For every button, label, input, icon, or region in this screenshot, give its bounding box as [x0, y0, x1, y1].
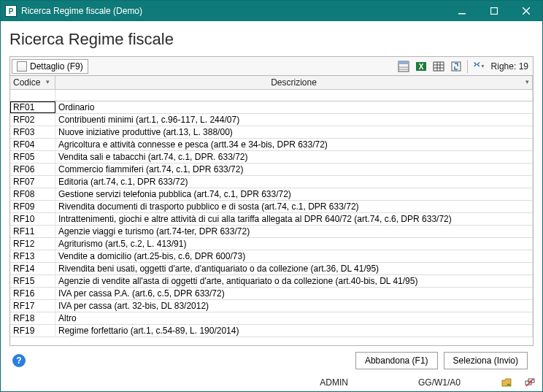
status-folder-icon[interactable] — [501, 377, 512, 388]
table-row[interactable]: RF07Editoria (art.74, c.1, DPR 633/72) — [10, 176, 533, 188]
table-row[interactable]: RF14Rivendita beni usati, oggetti d'arte… — [10, 263, 533, 275]
cell-codice: RF13 — [10, 250, 55, 262]
table-view-icon[interactable] — [432, 60, 445, 73]
window: P Ricerca Regime fiscale (Demo) Ricerca … — [0, 0, 543, 392]
table-row[interactable]: RF10Intrattenimenti, giochi e altre atti… — [10, 213, 533, 226]
svg-marker-16 — [481, 65, 484, 68]
minimize-button[interactable] — [446, 1, 478, 21]
cell-codice: RF18 — [10, 312, 55, 324]
rows-count-label: Righe: 19 — [491, 61, 528, 72]
close-button[interactable] — [510, 1, 542, 21]
maximize-button[interactable] — [478, 1, 510, 21]
cell-codice: RF03 — [10, 126, 55, 138]
status-context: GG/W1/A0 — [418, 377, 461, 388]
window-controls — [446, 1, 542, 21]
cell-codice: RF17 — [10, 300, 55, 312]
status-user: ADMIN — [320, 377, 348, 388]
abandon-button[interactable]: Abbandona (F1) — [355, 352, 438, 369]
column-header-descrizione[interactable]: Descrizione ▾ — [55, 76, 533, 89]
statusbar: ADMIN GG/W1/A0 — [1, 375, 542, 391]
svg-rect-0 — [458, 13, 466, 15]
table-row[interactable]: RF04Agricoltura e attività connesse e pe… — [10, 139, 533, 151]
titlebar: P Ricerca Regime fiscale (Demo) — [1, 1, 542, 21]
table-row[interactable]: RF17IVA per cassa (art. 32-bis, DL 83/20… — [10, 300, 533, 312]
column-header-codice[interactable]: Codice ▾ — [10, 76, 55, 89]
table-row[interactable]: RF02Contribuenti minimi (art.1, c.96-117… — [10, 114, 533, 126]
table-row[interactable]: RF09Rivendita documenti di trasporto pub… — [10, 201, 533, 213]
dialog-footer: ? Abbandona (F1) Seleziona (Invio) — [9, 346, 534, 372]
toolbar: Dettaglio (F9) X — [9, 56, 534, 75]
table-row[interactable]: RF08Gestione servizi telefonia pubblica … — [10, 188, 533, 201]
svg-rect-1 — [491, 8, 498, 15]
cell-descrizione: Intrattenimenti, giochi e altre attività… — [55, 213, 533, 225]
table-row[interactable]: RF03Nuove iniziative produttive (art.13,… — [10, 126, 533, 139]
table-row[interactable]: RF12Agriturismo (art.5, c.2, L. 413/91) — [10, 238, 533, 250]
table-row[interactable]: RF11Agenzie viaggi e turismo (art.74-ter… — [10, 226, 533, 238]
table-header: Codice ▾ Descrizione ▾ — [10, 76, 533, 90]
expand-icon[interactable] — [450, 60, 463, 73]
select-button[interactable]: Seleziona (Invio) — [444, 352, 528, 369]
table-row[interactable]: RF16IVA per cassa P.A. (art.6, c.5, DPR … — [10, 288, 533, 300]
detail-icon — [17, 61, 27, 72]
cell-descrizione: Agenzie di vendite all'asta di oggetti d… — [55, 275, 533, 287]
table-row[interactable]: RF05Vendita sali e tabacchi (art.74, c.1… — [10, 151, 533, 164]
detail-button[interactable]: Dettaglio (F9) — [12, 59, 88, 74]
cell-descrizione: Vendita sali e tabacchi (art.74, c.1, DP… — [55, 151, 533, 163]
cell-codice: RF15 — [10, 275, 55, 287]
cell-codice: RF07 — [10, 176, 55, 188]
help-icon[interactable]: ? — [12, 354, 26, 367]
cell-codice: RF12 — [10, 238, 55, 250]
excel-export-icon[interactable]: X — [415, 60, 428, 73]
chevron-down-icon[interactable]: ▾ — [46, 78, 53, 85]
cell-codice: RF16 — [10, 288, 55, 299]
svg-rect-5 — [398, 61, 409, 64]
table-row[interactable]: RF01Ordinario — [10, 101, 533, 114]
cell-descrizione: Agriturismo (art.5, c.2, L. 413/91) — [55, 238, 533, 250]
cell-codice: RF19 — [10, 325, 55, 337]
page-title: Ricerca Regime fiscale — [9, 30, 534, 49]
cell-descrizione: Regime forfettario (art.1, c.54-89, L. 1… — [55, 325, 533, 337]
cell-codice: RF14 — [10, 263, 55, 274]
cell-codice: RF02 — [10, 114, 55, 126]
cell-codice: RF10 — [10, 213, 55, 225]
cell-descrizione: Contribuenti minimi (art.1, c.96-117, L.… — [55, 114, 533, 126]
window-title: Ricerca Regime fiscale (Demo) — [21, 6, 446, 16]
cell-descrizione: Altro — [55, 312, 533, 324]
cell-descrizione: Editoria (art.74, c.1, DPR 633/72) — [55, 176, 533, 188]
tools-dropdown-icon[interactable] — [472, 60, 485, 73]
cell-descrizione: Ordinario — [55, 101, 533, 113]
table-row[interactable]: RF19Regime forfettario (art.1, c.54-89, … — [10, 325, 533, 337]
cell-descrizione: Rivendita beni usati, oggetti d'arte, d'… — [55, 263, 533, 274]
table-filter-row[interactable] — [10, 90, 533, 101]
cell-descrizione: Agenzie viaggi e turismo (art.74-ter, DP… — [55, 226, 533, 237]
content-area: Ricerca Regime fiscale Dettaglio (F9) X — [1, 21, 542, 375]
table-row[interactable]: RF13Vendite a domicilio (art.25-bis, c.6… — [10, 250, 533, 263]
app-icon: P — [5, 5, 17, 17]
cell-descrizione: Vendite a domicilio (art.25-bis, c.6, DP… — [55, 250, 533, 262]
cell-descrizione: IVA per cassa (art. 32-bis, DL 83/2012) — [55, 300, 533, 312]
cell-descrizione: IVA per cassa P.A. (art.6, c.5, DPR 633/… — [55, 288, 533, 299]
cell-codice: RF09 — [10, 201, 55, 212]
cell-descrizione: Agricoltura e attività connesse e pesca … — [55, 139, 533, 150]
cell-codice: RF11 — [10, 226, 55, 237]
cell-codice: RF04 — [10, 139, 55, 150]
cell-descrizione: Gestione servizi telefonia pubblica (art… — [55, 188, 533, 200]
cell-descrizione: Commercio fiammiferi (art.74, c.1, DPR 6… — [55, 164, 533, 175]
cell-codice: RF06 — [10, 164, 55, 175]
table-row[interactable]: RF18Altro — [10, 312, 533, 325]
cell-descrizione: Rivendita documenti di trasporto pubblic… — [55, 201, 533, 212]
table-body: RF01OrdinarioRF02Contribuenti minimi (ar… — [10, 101, 533, 345]
chevron-down-icon[interactable]: ▾ — [523, 78, 531, 85]
svg-text:X: X — [418, 63, 423, 71]
cell-descrizione: Nuove iniziative produttive (art.13, L. … — [55, 126, 533, 138]
table-row[interactable]: RF15Agenzie di vendite all'asta di ogget… — [10, 275, 533, 288]
toolbar-icons: X — [397, 60, 485, 73]
data-table: Codice ▾ Descrizione ▾ RF01OrdinarioRF02… — [9, 75, 534, 346]
cell-codice: RF05 — [10, 151, 55, 163]
cell-codice: RF01 — [10, 101, 55, 113]
status-disconnect-icon[interactable] — [525, 377, 535, 388]
grid-config-icon[interactable] — [397, 60, 410, 73]
cell-codice: RF08 — [10, 188, 55, 200]
detail-button-label: Dettaglio (F9) — [30, 61, 83, 72]
table-row[interactable]: RF06Commercio fiammiferi (art.74, c.1, D… — [10, 164, 533, 176]
